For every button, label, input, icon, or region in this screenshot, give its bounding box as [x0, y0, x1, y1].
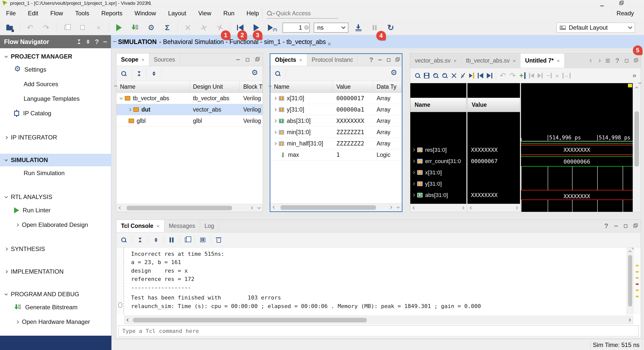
wave-vscrollbar[interactable]	[633, 83, 641, 212]
wave-signal-res[interactable]: res[31:0]	[412, 144, 465, 156]
sidebar-item-run-simulation[interactable]: Run Simulation	[0, 167, 111, 179]
sidebar-item-rtl-analysis[interactable]: RTL ANALYSIS	[0, 191, 111, 203]
close-icon[interactable]: ×	[141, 57, 144, 63]
maximize-icon[interactable]	[625, 59, 628, 63]
help-icon[interactable]	[615, 57, 619, 64]
sidebar-item-program-and-debug[interactable]: PROGRAM AND DEBUG	[0, 288, 111, 300]
open-project-button[interactable]	[4, 22, 16, 34]
sidebar-item-open-hardware-manager[interactable]: Open Hardware Manager	[0, 316, 111, 328]
minimize-icon[interactable]	[236, 59, 240, 60]
tab-messages[interactable]: Messages	[164, 220, 200, 232]
minimize-icon[interactable]	[103, 41, 107, 42]
zoom-in-icon[interactable]: +	[433, 73, 438, 78]
sidebar-item-project-manager[interactable]: PROJECT MANAGER	[0, 51, 111, 63]
delete-disabled-icon[interactable]	[555, 71, 559, 80]
go-to-time-icon[interactable]	[469, 73, 474, 79]
menu-window[interactable]: Window	[129, 7, 162, 20]
menu-flow[interactable]: Flow	[44, 7, 69, 20]
copy-button[interactable]	[60, 22, 72, 34]
tab-log[interactable]: Log	[200, 220, 219, 232]
pointer-disabled-icon[interactable]	[460, 73, 466, 78]
wave-column-header-value[interactable]: Value	[467, 98, 520, 112]
relaunch-button[interactable]	[385, 22, 397, 34]
sidebar-item-language-templates[interactable]: Language Templates	[0, 93, 111, 105]
float-icon[interactable]	[395, 58, 399, 62]
toolbar-overflow-icon[interactable]: »	[633, 72, 636, 79]
zoom-out-icon[interactable]: −	[442, 73, 448, 78]
search-icon[interactable]	[121, 237, 127, 243]
sidebar-item-generate-bitstream[interactable]: Generate Bitstream	[0, 301, 111, 313]
tab-untitled-7[interactable]: Untitled 7*×	[520, 54, 565, 68]
wave-signal-y[interactable]: y[31:0]	[412, 178, 465, 189]
disabled-tool-1[interactable]	[182, 22, 194, 34]
paste-button[interactable]	[76, 22, 89, 34]
objects-hscrollbar[interactable]	[270, 203, 402, 211]
step-button[interactable]	[352, 22, 365, 34]
time-cursor-flag[interactable]	[628, 84, 632, 87]
scope-row-dut[interactable]: dut vector_abs Verilog M	[116, 104, 263, 115]
collapse-all-icon[interactable]	[137, 71, 141, 76]
close-icon[interactable]: ×	[513, 58, 516, 64]
sidebar-item-simulation[interactable]: SIMULATION	[0, 154, 111, 166]
pause-output-icon[interactable]	[170, 237, 174, 242]
close-icon[interactable]: ×	[557, 58, 560, 64]
reports-sigma-button[interactable]	[161, 22, 173, 34]
tab-protocol-instances[interactable]: Protocol Instanc	[307, 54, 357, 66]
close-icon[interactable]: ×	[454, 58, 457, 64]
undo-button[interactable]	[24, 22, 36, 34]
maximize-icon[interactable]	[246, 58, 249, 62]
tab-scroll-left-icon[interactable]	[590, 59, 593, 62]
redo-button[interactable]	[40, 22, 52, 34]
tab-list-icon[interactable]	[606, 59, 610, 60]
gear-icon[interactable]	[390, 69, 397, 76]
object-row-min-half[interactable]: min_half[31:0] ZZZZZZZ2 Array	[270, 138, 402, 149]
help-icon[interactable]	[369, 57, 373, 64]
float-icon[interactable]	[633, 224, 637, 228]
next-marker-disabled-button[interactable]	[538, 73, 543, 78]
clear-time-icon[interactable]: ×	[304, 25, 309, 30]
gear-icon[interactable]	[251, 69, 258, 76]
menu-edit[interactable]: Edit	[22, 7, 44, 20]
clear-console-icon[interactable]	[217, 239, 221, 243]
console-hscrollbar[interactable]	[124, 316, 633, 324]
close-icon[interactable]	[327, 39, 331, 48]
window-close-button[interactable]	[146, 0, 150, 6]
float-icon[interactable]	[634, 59, 637, 62]
scope-row-tb-vector-abs[interactable]: tb_vector_abs tb_vector_abs Verilog M	[116, 93, 263, 104]
column-header-data-type[interactable]: Data Ty	[373, 81, 402, 92]
sidebar-item-add-sources[interactable]: Add Sources	[0, 78, 111, 90]
scroll-up-icon[interactable]	[635, 86, 638, 90]
copy-icon[interactable]	[185, 237, 189, 242]
scroll-down-icon[interactable]	[394, 207, 402, 208]
add-marker-button[interactable]: +	[519, 72, 525, 79]
scope-row-glbl[interactable]: glbl glbl Verilog M	[116, 115, 263, 127]
fit-width-disabled-button[interactable]: ↔	[562, 73, 571, 78]
sidebar-item-run-linter[interactable]: Run Linter	[0, 204, 111, 216]
disabled-tool-2[interactable]	[198, 22, 210, 34]
search-icon[interactable]	[415, 73, 420, 78]
expand-all-icon[interactable]	[152, 71, 156, 76]
column-header-block-type[interactable]: Block Typ	[240, 81, 263, 92]
wave-signal-err-count[interactable]: err_count[31:0	[412, 156, 465, 167]
console-output[interactable]: Incorrect res at time 515ns: a = 23, b =…	[116, 247, 641, 314]
layout-selector[interactable]: Default Layout	[556, 23, 635, 33]
window-restore-button[interactable]	[619, 2, 623, 6]
column-header-name[interactable]: Name	[116, 81, 189, 92]
previous-transition-button[interactable]	[478, 73, 483, 78]
object-row-min[interactable]: min[31:0] ZZZZZZZ1 Array	[270, 127, 402, 138]
object-row-max[interactable]: max 1 Logic	[270, 149, 402, 161]
wave-plot-area[interactable]: 514,996 ps 514,998 ps XXXXXXXX 00000066 …	[521, 83, 633, 212]
wave-signal-abs[interactable]: abs[31:0]	[412, 189, 465, 201]
search-icon[interactable]	[275, 71, 280, 76]
save-icon[interactable]	[424, 73, 429, 78]
object-row-x[interactable]: x[31:0] 00000017 Array	[270, 93, 402, 104]
wave-column-header-name[interactable]: Name	[410, 98, 466, 112]
object-row-y[interactable]: y[31:0] 000000a1 Array	[270, 104, 402, 115]
quick-access-input[interactable]	[276, 10, 326, 17]
column-header-value[interactable]: Value	[333, 81, 373, 92]
collapse-all-icon[interactable]	[138, 237, 142, 243]
scroll-up-icon[interactable]	[628, 250, 632, 254]
tab-tb-vector-abs-sv[interactable]: tb_vector_abs.sv×	[461, 54, 520, 68]
expand-all-icon[interactable]	[154, 237, 158, 243]
collapse-handle-icon[interactable]	[113, 41, 116, 42]
